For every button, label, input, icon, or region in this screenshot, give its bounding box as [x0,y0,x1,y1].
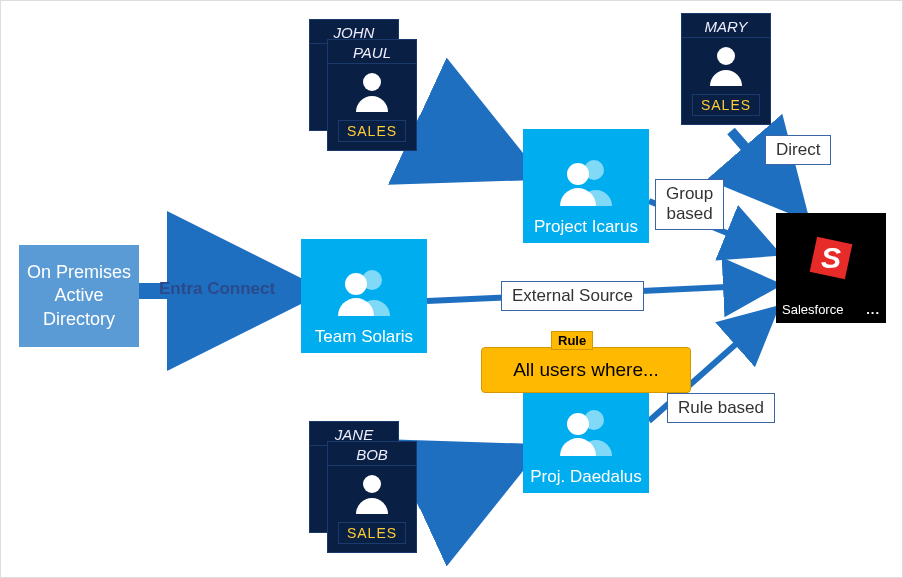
group-label: Project Icarus [534,217,638,237]
group-proj-daedalus: Proj. Daedalus [523,379,649,493]
onprem-ad-box: On Premises Active Directory [19,245,139,347]
svg-point-8 [345,273,367,295]
group-icon [554,156,618,211]
user-dept: SALES [338,120,406,142]
group-icon [554,406,618,461]
svg-text:S: S [821,241,841,274]
salesforce-logo-icon: S [803,213,859,302]
user-name: BOB [328,446,416,466]
user-dept: SALES [692,94,760,116]
group-label: Team Solaris [315,327,413,347]
group-team-solaris: Team Solaris [301,239,427,353]
svg-point-10 [567,163,589,185]
salesforce-tile[interactable]: S Salesforce ... [776,213,886,323]
svg-line-2 [417,456,519,503]
edge-label-direct: Direct [765,135,831,165]
rule-text: All users where... [513,359,659,381]
edge-label-rule-based: Rule based [667,393,775,423]
group-icon [332,266,396,321]
rule-tag: Rule [551,331,593,350]
svg-point-16 [363,475,381,493]
edge-label-external-source: External Source [501,281,644,311]
user-dept: SALES [338,522,406,544]
svg-line-1 [417,121,519,168]
svg-point-12 [567,413,589,435]
salesforce-label: Salesforce [782,302,843,317]
tile-menu-icon[interactable]: ... [866,302,880,317]
group-project-icarus: Project Icarus [523,129,649,243]
user-card-mary: MARY SALES [681,13,771,125]
user-card-bob: BOB SALES [327,441,417,553]
person-icon [349,470,395,520]
onprem-ad-label: On Premises Active Directory [27,261,131,331]
user-name: MARY [682,18,770,38]
svg-point-14 [363,73,381,91]
user-card-paul: PAUL SALES [327,39,417,151]
entra-connect-label: Entra Connect [159,279,275,299]
user-name: PAUL [328,44,416,64]
edge-label-group-based: Group based [655,179,724,230]
group-label: Proj. Daedalus [530,467,642,487]
svg-point-17 [717,47,735,65]
person-icon [703,42,749,92]
person-icon [349,68,395,118]
rule-box: All users where... [481,347,691,393]
